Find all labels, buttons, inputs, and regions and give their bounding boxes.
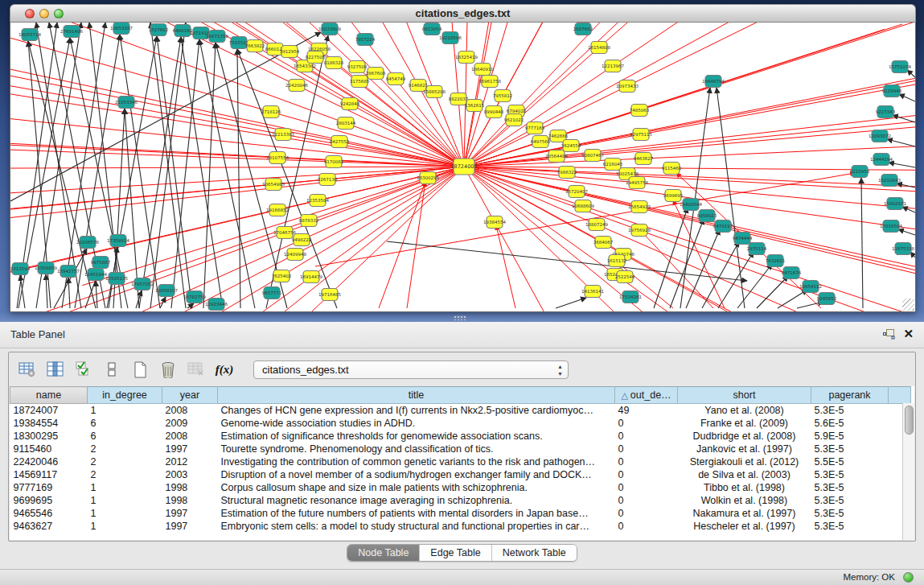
cell-name[interactable]: 19384554	[10, 417, 88, 430]
table-row[interactable]: 1456911722003Disruption of a novel membe…	[10, 468, 911, 481]
float-panel-icon[interactable]	[883, 328, 895, 343]
graph-node[interactable]: 10654985	[262, 179, 285, 191]
cell-year[interactable]: 2008	[162, 430, 218, 443]
graph-node[interactable]: 2867608	[366, 68, 386, 80]
scrollbar-thumb[interactable]	[905, 406, 914, 435]
cell-short[interactable]: Franke et al. (2009)	[678, 417, 811, 430]
cell-title[interactable]: Changes of HCN gene expression and I(f) …	[218, 404, 615, 418]
cell-out-degree[interactable]: 0	[615, 417, 678, 430]
cell-out-degree[interactable]: 0	[615, 520, 678, 533]
graph-node[interactable]: 9129946	[882, 85, 902, 97]
graph-node[interactable]: 19218596	[439, 32, 462, 44]
cell-year[interactable]: 1998	[162, 481, 218, 494]
graph-node[interactable]: 8215958	[850, 166, 870, 178]
cell-pagerank[interactable]: 5.3E-5	[811, 404, 889, 418]
graph-node[interactable]: 16671358	[206, 31, 228, 43]
cell-name[interactable]: 9699695	[10, 494, 88, 507]
cell-year[interactable]: 1997	[162, 507, 218, 520]
cell-short[interactable]: Jankovic et al. (1997)	[678, 443, 811, 455]
cell-year[interactable]: 1998	[162, 494, 218, 507]
graph-node[interactable]: 9115460	[662, 163, 682, 175]
cell-year[interactable]: 2009	[162, 417, 218, 430]
tab-network-table[interactable]: Network Table	[491, 545, 577, 561]
graph-node[interactable]: 9245652	[817, 293, 837, 305]
graph-node[interactable]: 19384554	[483, 216, 506, 229]
graph-node[interactable]: 12213967	[602, 60, 624, 72]
graph-node[interactable]: 1527602	[149, 24, 169, 36]
graph-node[interactable]: 3175685	[350, 76, 370, 88]
graph-node[interactable]: 8454749	[386, 73, 406, 85]
graph-node[interactable]: 16914479	[300, 271, 322, 283]
graph-node[interactable]: 16033809	[318, 23, 341, 35]
cell-title[interactable]: Tourette syndrome. Phenomenology and cla…	[218, 443, 615, 455]
graph-node[interactable]: 9621022	[504, 114, 524, 126]
graph-node[interactable]: 16154808	[588, 42, 610, 54]
column-visibility-icon[interactable]	[45, 359, 66, 380]
cell-title[interactable]: Corpus callosum shape and size in male p…	[218, 481, 615, 494]
graph-node[interactable]: 27691406	[60, 26, 83, 38]
cell-year[interactable]: 2008	[162, 404, 218, 418]
graph-node[interactable]: 2522544	[615, 271, 635, 283]
graph-node[interactable]: 3267130	[318, 174, 338, 186]
delete-column-icon[interactable]	[158, 359, 179, 380]
graph-node[interactable]: 8427552	[330, 136, 350, 148]
column-header-pagerank[interactable]: pagerank	[811, 387, 889, 404]
cell-pagerank[interactable]: 5.3E-5	[811, 443, 889, 455]
cell-title[interactable]: Disruption of a novel member of a sodium…	[218, 468, 615, 481]
graph-node[interactable]: 10807467	[581, 150, 604, 162]
close-panel-icon[interactable]: ✕	[903, 327, 914, 341]
graph-node[interactable]: 12444194	[870, 154, 893, 166]
cell-out-degree[interactable]: 0	[615, 494, 678, 507]
cell-out-degree[interactable]: 0	[615, 443, 678, 455]
graph-node[interactable]: 19716485	[318, 289, 341, 301]
cell-short[interactable]: Nakamura et al. (1997)	[678, 507, 811, 520]
cell-name[interactable]: 18300295	[10, 430, 88, 443]
cell-name[interactable]: 22420046	[10, 455, 88, 468]
cell-name[interactable]: 9465546	[10, 507, 88, 520]
graph-node[interactable]: 18640910	[471, 64, 494, 76]
table-row[interactable]: 1938455462009Genome-wide association stu…	[10, 417, 911, 430]
graph-node[interactable]: 19166852	[266, 204, 289, 216]
column-header-in-degree[interactable]: in_degree	[88, 387, 162, 404]
graph-node[interactable]: 10653287	[110, 23, 133, 35]
graph-node[interactable]: 9657771	[262, 287, 282, 299]
graph-node[interactable]: 17359924	[107, 235, 129, 247]
cell-out-degree[interactable]: 0	[615, 430, 678, 443]
cell-name[interactable]: 14569117	[10, 468, 88, 481]
row-selection-icon[interactable]	[73, 359, 94, 380]
graph-node[interactable]: 21053346	[115, 97, 138, 109]
cell-short[interactable]: Wolkin et al. (1998)	[678, 494, 811, 507]
graph-node[interactable]: 9463627	[634, 153, 654, 165]
graph-node[interactable]: 10688609	[572, 200, 594, 212]
graph-node[interactable]: 9327508	[347, 61, 368, 73]
cell-in-degree[interactable]: 1	[88, 494, 162, 507]
graph-node[interactable]: 12353584	[306, 195, 329, 207]
network-window-titlebar[interactable]: citations_edges.txt	[10, 4, 916, 23]
graph-node[interactable]: 7625402	[272, 270, 292, 282]
graph-node[interactable]: 18300295	[417, 172, 439, 184]
graph-node[interactable]: 13505135	[105, 273, 128, 285]
table-row[interactable]: 946554611997Estimation of the future num…	[10, 507, 911, 520]
table-row[interactable]: 1830029562008Estimation of significance …	[10, 430, 911, 443]
graph-node[interactable]: 3624554	[561, 140, 581, 152]
cell-title[interactable]: Estimation of significance thresholds fo…	[218, 430, 615, 443]
cell-pagerank[interactable]: 5.3E-5	[811, 494, 889, 507]
graph-node[interactable]: 9777169	[525, 122, 545, 134]
row-height-icon[interactable]	[101, 359, 122, 380]
cell-short[interactable]: Yano et al. (2008)	[678, 404, 811, 418]
graph-node[interactable]: 3912954	[280, 46, 300, 58]
graph-node[interactable]: 9242848	[340, 98, 360, 110]
graph-node[interactable]: 7955812	[493, 90, 513, 102]
cell-name[interactable]: 9115460	[10, 443, 88, 455]
graph-node[interactable]: 16961758	[478, 76, 501, 88]
table-row[interactable]: 2242004622012Investigating the contribut…	[10, 455, 911, 468]
graph-node[interactable]: 11568859	[35, 262, 57, 274]
graph-node[interactable]: 9975887	[91, 257, 111, 269]
cell-name[interactable]: 18724007	[10, 404, 88, 418]
cell-out-degree[interactable]: 0	[615, 507, 678, 520]
table-row[interactable]: 911546021997Tourette syndrome. Phenomeno…	[10, 443, 911, 455]
cell-pagerank[interactable]: 5.3E-5	[811, 507, 889, 520]
cell-year[interactable]: 1997	[162, 520, 218, 533]
cell-out-degree[interactable]: 0	[615, 455, 678, 468]
cell-title[interactable]: Investigating the contribution of common…	[218, 455, 615, 468]
